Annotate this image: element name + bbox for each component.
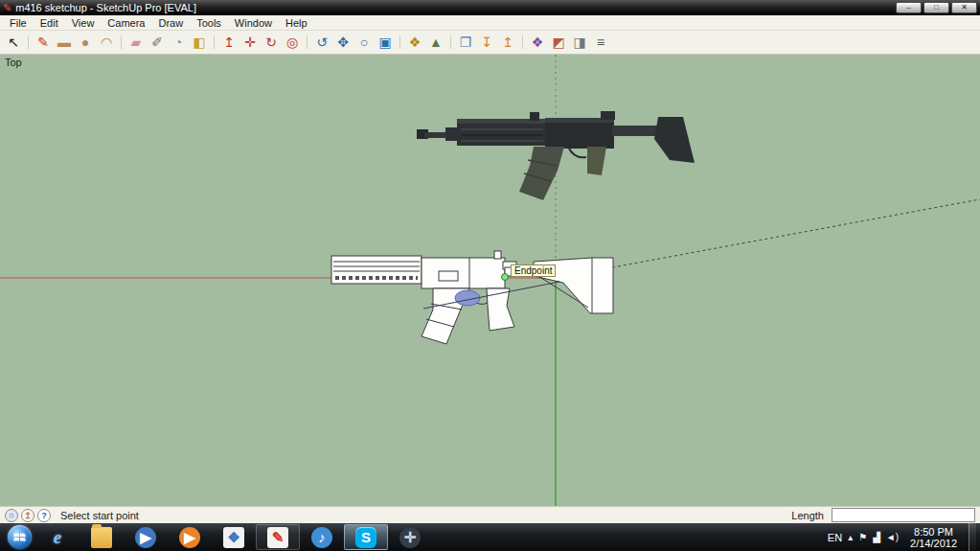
start-button[interactable] xyxy=(3,523,35,551)
menu-item[interactable]: Tools xyxy=(190,16,228,30)
menu-item[interactable]: Edit xyxy=(34,16,65,30)
model-scene xyxy=(0,55,980,506)
tape-measure-tool[interactable]: ✐ xyxy=(147,32,168,53)
get-models-tool[interactable]: ↧ xyxy=(476,32,497,53)
clock[interactable]: 8:50 PM 2/14/2012 xyxy=(904,526,963,549)
rectangle-tool[interactable]: ▬ xyxy=(54,32,75,53)
help-icon[interactable]: ? xyxy=(37,509,51,522)
credits-icon[interactable]: ↥ xyxy=(21,509,34,522)
orbit-tool[interactable]: ↺ xyxy=(311,32,332,53)
menubar: File Edit View Camera Draw Tools Window … xyxy=(0,15,980,31)
toggle-terrain-tool[interactable]: ▲ xyxy=(425,32,446,53)
app-tile-icon: ❖ xyxy=(223,527,244,548)
share-models-tool[interactable]: ↥ xyxy=(497,32,518,53)
volume-icon[interactable]: ◄) xyxy=(886,533,899,542)
navigator-icon[interactable]: ✛ xyxy=(388,524,432,550)
windows-orb-icon xyxy=(8,525,32,549)
photo-textures-tool[interactable]: ❐ xyxy=(455,32,476,53)
statusbar: ○ ↥ ? Select start point Length xyxy=(0,506,980,523)
toolbar: ↖ ✎ ▬ ● ◠ ▰ ✐ ◔ ◧ ↥ ✛ ↻ ◎ ↺ ✥ ○ xyxy=(0,31,980,55)
length-input[interactable] xyxy=(832,508,975,522)
photo-viewer-icon[interactable]: ❖ xyxy=(212,524,256,550)
status-message: Select start point xyxy=(60,510,787,521)
clock-date: 2/14/2012 xyxy=(910,538,957,549)
app-tile-icon: ✎ xyxy=(267,527,288,548)
taskbar-apps: e ▶ ▶ ❖ ✎ xyxy=(35,524,432,550)
network-icon[interactable]: ▟ xyxy=(873,533,880,542)
endpoint-tooltip: Endpoint xyxy=(511,264,556,277)
offset-tool[interactable]: ◎ xyxy=(282,32,303,53)
line-tool[interactable]: ✎ xyxy=(33,32,54,53)
zoom-tool[interactable]: ○ xyxy=(353,32,375,53)
components-tool[interactable]: ❖ xyxy=(527,32,548,53)
action-center-flag-icon[interactable]: ⚑ xyxy=(858,533,867,542)
system-tray: EN ▴ ⚑ ▟ ◄) 8:50 PM 2/14/2012 xyxy=(828,523,980,551)
inference-dotted-line xyxy=(556,199,980,278)
window-controls: ‒ □ ✕ xyxy=(896,2,977,13)
sketchup-icon[interactable]: ✎ xyxy=(256,524,300,550)
internet-explorer-icon[interactable]: e xyxy=(35,524,80,550)
window-title: m416 sketchup - SketchUp Pro [EVAL] xyxy=(15,2,892,13)
add-location-tool[interactable]: ❖ xyxy=(404,32,425,53)
menu-item[interactable]: Help xyxy=(279,16,314,30)
menu-item[interactable]: File xyxy=(3,16,34,30)
geolocation-icon[interactable]: ○ xyxy=(5,509,18,522)
statusbar-icons: ○ ↥ ? xyxy=(5,509,51,522)
model-rifle[interactable] xyxy=(331,251,613,344)
show-desktop-button[interactable] xyxy=(969,523,976,551)
media-player-icon[interactable]: ▶ xyxy=(124,524,168,550)
styles-tool[interactable]: ◨ xyxy=(569,32,590,53)
arc-tool[interactable]: ◠ xyxy=(96,32,117,53)
layers-tool[interactable]: ≡ xyxy=(590,32,611,53)
windows-explorer-icon[interactable] xyxy=(80,524,124,550)
language-indicator[interactable]: EN xyxy=(828,532,842,543)
app-tile-icon: ▶ xyxy=(135,527,156,548)
hidden-icons-icon[interactable]: ▴ xyxy=(848,533,853,542)
move-tool[interactable]: ✛ xyxy=(239,32,261,53)
app-tile-icon: ♪ xyxy=(311,527,332,548)
clock-time: 8:50 PM xyxy=(914,526,953,538)
menu-item[interactable]: Draw xyxy=(151,16,190,30)
app-tile-icon: S xyxy=(355,527,376,548)
minimize-button[interactable]: ‒ xyxy=(896,2,922,13)
menu-item[interactable]: Camera xyxy=(101,16,151,30)
media-app-icon[interactable]: ▶ xyxy=(168,524,212,550)
endpoint-marker xyxy=(502,274,509,281)
drawing-canvas[interactable]: Top xyxy=(0,55,980,506)
materials-tool[interactable]: ◩ xyxy=(548,32,569,53)
rotate-tool[interactable]: ↻ xyxy=(261,32,282,53)
pan-tool[interactable]: ✥ xyxy=(332,32,353,53)
length-label: Length xyxy=(791,510,824,521)
app-tile-icon: e xyxy=(47,527,68,548)
close-button[interactable]: ✕ xyxy=(951,2,977,13)
windows-flag-icon xyxy=(13,531,26,543)
sketchup-logo-icon: ✎ xyxy=(3,3,11,13)
app-tile-icon: ▶ xyxy=(179,527,200,548)
eraser-tool[interactable]: ▰ xyxy=(125,32,147,53)
sketchup-window: ✎ m416 sketchup - SketchUp Pro [EVAL] ‒ … xyxy=(0,0,980,551)
maximize-button[interactable]: □ xyxy=(923,2,949,13)
paint-bucket-tool[interactable]: ◧ xyxy=(189,32,210,53)
tray-icons: ▴ ⚑ ▟ ◄) xyxy=(848,533,899,542)
app-tile-icon: ✛ xyxy=(399,527,421,548)
select-tool[interactable]: ↖ xyxy=(3,32,24,53)
protractor-tool[interactable]: ◔ xyxy=(168,32,189,53)
zoom-extents-tool[interactable]: ▣ xyxy=(375,32,396,53)
itunes-icon[interactable]: ♪ xyxy=(300,524,344,550)
taskbar: e ▶ ▶ ❖ ✎ xyxy=(0,523,980,551)
push-pull-tool[interactable]: ↥ xyxy=(218,32,239,53)
menu-item[interactable]: View xyxy=(65,16,102,30)
circle-tool[interactable]: ● xyxy=(75,32,96,53)
menu-item[interactable]: Window xyxy=(228,16,279,30)
titlebar: ✎ m416 sketchup - SketchUp Pro [EVAL] ‒ … xyxy=(0,0,980,15)
skype-icon[interactable]: S xyxy=(344,524,388,550)
app-tile-icon xyxy=(91,527,112,548)
